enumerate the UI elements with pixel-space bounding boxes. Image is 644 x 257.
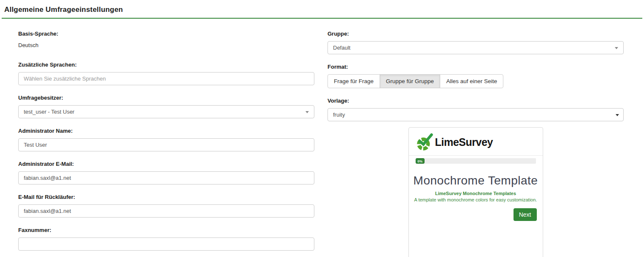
preview-description: A template with monochrome colors for ea… xyxy=(409,197,543,202)
admin-email-label: Administrator E-Mail: xyxy=(18,161,314,167)
group-select[interactable]: Default xyxy=(328,41,624,54)
field-admin-email: Administrator E-Mail: xyxy=(18,161,314,184)
preview-heading: Monochrome Template xyxy=(412,174,539,187)
field-survey-owner: Umfragebesitzer: test_user - Test User xyxy=(18,95,314,118)
preview-subtitle: LimeSurvey Monochrome Templates xyxy=(409,191,543,196)
fax-number-label: Faxnummer: xyxy=(18,227,314,233)
format-label: Format: xyxy=(328,64,624,70)
page-header: Allgemeine Umfrageeinstellungen xyxy=(2,0,642,19)
admin-name-input[interactable] xyxy=(18,138,314,151)
dropdown-arrow-icon xyxy=(616,114,619,116)
caret-down-icon xyxy=(615,47,618,49)
limesurvey-logo-text: LimeSurvey xyxy=(435,136,493,148)
base-language-value: Deutsch xyxy=(18,41,314,51)
format-group-by-group-button[interactable]: Gruppe für Gruppe xyxy=(380,74,440,88)
additional-languages-label: Zusätzliche Sprachen: xyxy=(18,61,314,68)
field-base-language: Basis-Sprache: Deutsch xyxy=(18,31,314,51)
field-format: Format: Frage für Frage Gruppe für Grupp… xyxy=(328,64,624,88)
preview-header: LimeSurvey xyxy=(409,128,543,156)
preview-progress-bar: 0% xyxy=(416,158,536,164)
left-column: Basis-Sprache: Deutsch Zusätzliche Sprac… xyxy=(0,19,322,257)
format-all-in-one-button[interactable]: Alles auf einer Seite xyxy=(440,74,503,88)
fax-number-input[interactable] xyxy=(18,237,314,251)
template-preview-card: LimeSurvey 0% Monochrome Template LimeSu… xyxy=(408,127,543,257)
additional-languages-input[interactable] xyxy=(18,72,314,85)
field-group: Gruppe: Default xyxy=(328,31,624,54)
preview-actions: Next xyxy=(409,208,543,221)
preview-next-button: Next xyxy=(514,208,537,221)
caret-down-icon xyxy=(305,111,309,113)
group-selected-value: Default xyxy=(333,45,350,51)
template-selected-value: fruity xyxy=(333,112,345,118)
field-fax-number: Faxnummer: xyxy=(18,227,314,251)
field-template: Vorlage: fruity xyxy=(328,98,624,121)
template-select[interactable]: fruity xyxy=(328,108,624,121)
field-additional-languages: Zusätzliche Sprachen: xyxy=(18,61,314,85)
page-title: Allgemeine Umfrageeinstellungen xyxy=(4,5,640,14)
field-bounce-email: E-Mail für Rückläufer: xyxy=(18,194,314,218)
base-language-label: Basis-Sprache: xyxy=(18,31,314,37)
right-column: Gruppe: Default Format: Frage für Frage … xyxy=(322,19,644,257)
admin-name-label: Administrator Name: xyxy=(18,128,314,134)
template-label: Vorlage: xyxy=(328,98,624,104)
bounce-email-label: E-Mail für Rückläufer: xyxy=(18,194,314,200)
preview-progress: 0% xyxy=(409,156,543,164)
survey-owner-label: Umfragebesitzer: xyxy=(18,95,314,101)
survey-owner-selected-value: test_user - Test User xyxy=(24,109,75,115)
admin-email-input[interactable] xyxy=(18,171,314,184)
preview-progress-badge: 0% xyxy=(416,158,425,164)
limesurvey-logo-icon xyxy=(416,133,434,151)
survey-owner-select[interactable]: test_user - Test User xyxy=(18,105,314,118)
bounce-email-input[interactable] xyxy=(18,204,314,218)
group-label: Gruppe: xyxy=(328,31,624,37)
format-question-by-question-button[interactable]: Frage für Frage xyxy=(328,74,380,88)
field-admin-name: Administrator Name: xyxy=(18,128,314,151)
settings-form: Basis-Sprache: Deutsch Zusätzliche Sprac… xyxy=(0,19,644,257)
format-button-group: Frage für Frage Gruppe für Gruppe Alles … xyxy=(328,74,503,88)
